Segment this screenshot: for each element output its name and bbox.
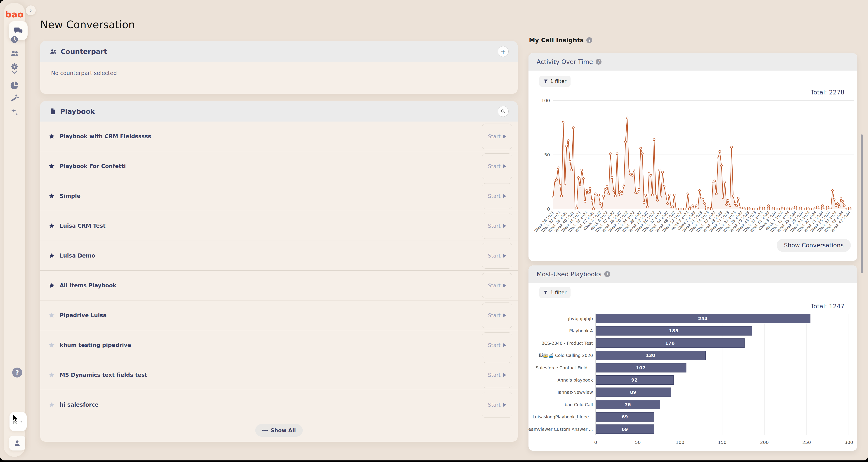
activity-line-chart[interactable]: 050100Week 28 2021Week 32 2021Week 36 20… <box>528 96 857 256</box>
data-point[interactable] <box>576 207 578 209</box>
page-scrollbar[interactable] <box>861 134 863 273</box>
data-point[interactable] <box>598 194 600 196</box>
data-point[interactable] <box>570 169 572 171</box>
data-point[interactable] <box>832 190 834 192</box>
sidebar-item-history[interactable] <box>4 35 25 44</box>
data-point[interactable] <box>757 208 760 210</box>
data-point[interactable] <box>583 177 585 179</box>
data-point[interactable] <box>555 179 557 181</box>
data-point[interactable] <box>653 138 655 140</box>
data-point[interactable] <box>586 190 588 192</box>
data-point[interactable] <box>587 192 590 194</box>
data-point[interactable] <box>651 194 653 196</box>
data-point[interactable] <box>643 201 645 203</box>
data-point[interactable] <box>599 203 601 205</box>
data-point[interactable] <box>714 180 716 182</box>
star-icon[interactable] <box>49 282 55 289</box>
data-point[interactable] <box>663 185 665 187</box>
data-point[interactable] <box>621 193 623 195</box>
sidebar-expand-button[interactable]: › <box>26 5 36 15</box>
star-icon[interactable] <box>49 193 55 199</box>
star-icon[interactable] <box>49 342 55 349</box>
data-point[interactable] <box>589 187 591 189</box>
data-point[interactable] <box>658 169 660 171</box>
data-point[interactable] <box>837 203 839 205</box>
info-icon[interactable]: i <box>596 59 601 65</box>
data-point[interactable] <box>704 203 706 205</box>
data-point[interactable] <box>626 117 628 119</box>
start-button[interactable]: Start <box>482 273 512 298</box>
data-point[interactable] <box>717 157 719 159</box>
data-point[interactable] <box>581 169 583 171</box>
data-point[interactable] <box>567 140 569 142</box>
start-button[interactable]: Start <box>482 213 512 239</box>
data-point[interactable] <box>673 194 675 196</box>
start-button[interactable]: Start <box>482 362 512 388</box>
data-point[interactable] <box>719 151 721 153</box>
data-point[interactable] <box>768 205 770 207</box>
data-point[interactable] <box>666 203 669 205</box>
data-point[interactable] <box>724 181 726 183</box>
data-point[interactable] <box>665 195 667 197</box>
chevron-down-icon[interactable] <box>4 70 25 74</box>
show-all-button[interactable]: Show All <box>255 424 303 437</box>
sidebar-item-team[interactable] <box>4 48 25 58</box>
data-point[interactable] <box>843 205 845 207</box>
data-point[interactable] <box>655 195 657 197</box>
start-button[interactable]: Start <box>482 183 512 209</box>
star-icon[interactable] <box>49 401 55 408</box>
star-icon[interactable] <box>49 223 55 229</box>
data-point[interactable] <box>564 184 566 186</box>
start-button[interactable]: Start <box>482 154 512 179</box>
data-point[interactable] <box>592 208 594 210</box>
data-point[interactable] <box>591 199 593 201</box>
data-point[interactable] <box>602 195 604 197</box>
data-point[interactable] <box>656 199 658 201</box>
data-point[interactable] <box>825 208 827 210</box>
start-button[interactable]: Start <box>482 302 512 328</box>
star-icon[interactable] <box>49 163 55 170</box>
data-point[interactable] <box>625 141 627 143</box>
info-icon[interactable]: i <box>604 271 610 277</box>
data-point[interactable] <box>572 127 575 129</box>
data-point[interactable] <box>638 189 640 191</box>
start-button[interactable]: Start <box>482 332 512 358</box>
data-point[interactable] <box>702 198 704 200</box>
data-point[interactable] <box>732 195 734 197</box>
playbook-search-button[interactable] <box>498 106 508 117</box>
data-point[interactable] <box>830 207 832 209</box>
data-point[interactable] <box>601 208 603 210</box>
data-point[interactable] <box>842 200 844 202</box>
data-point[interactable] <box>562 121 564 123</box>
data-point[interactable] <box>641 153 643 155</box>
data-point[interactable] <box>557 167 559 169</box>
data-point[interactable] <box>650 174 652 176</box>
data-point[interactable] <box>779 208 781 210</box>
most-used-bar-chart[interactable]: 050100150200250300jhvbjhjbjhjb254Playboo… <box>528 312 857 447</box>
data-point[interactable] <box>840 197 842 199</box>
data-point[interactable] <box>688 208 690 210</box>
star-icon[interactable] <box>49 312 55 319</box>
data-point[interactable] <box>614 195 616 197</box>
data-point[interactable] <box>569 160 571 162</box>
data-point[interactable] <box>820 208 822 210</box>
data-point[interactable] <box>734 203 736 205</box>
data-point[interactable] <box>559 184 561 186</box>
data-point[interactable] <box>685 208 687 210</box>
data-point[interactable] <box>584 200 586 202</box>
data-point[interactable] <box>662 171 664 173</box>
help-button[interactable]: ? <box>12 368 22 377</box>
star-icon[interactable] <box>49 252 55 259</box>
data-point[interactable] <box>647 206 649 208</box>
data-point[interactable] <box>850 208 852 210</box>
data-point[interactable] <box>608 193 610 195</box>
data-point[interactable] <box>565 145 567 147</box>
info-icon[interactable]: i <box>586 37 592 43</box>
data-point[interactable] <box>579 185 581 187</box>
data-point[interactable] <box>611 176 613 178</box>
star-icon[interactable] <box>49 372 55 378</box>
data-point[interactable] <box>552 196 554 198</box>
data-point[interactable] <box>660 196 662 198</box>
data-point[interactable] <box>720 165 722 167</box>
activity-filter-button[interactable]: 1 filter <box>539 76 570 87</box>
